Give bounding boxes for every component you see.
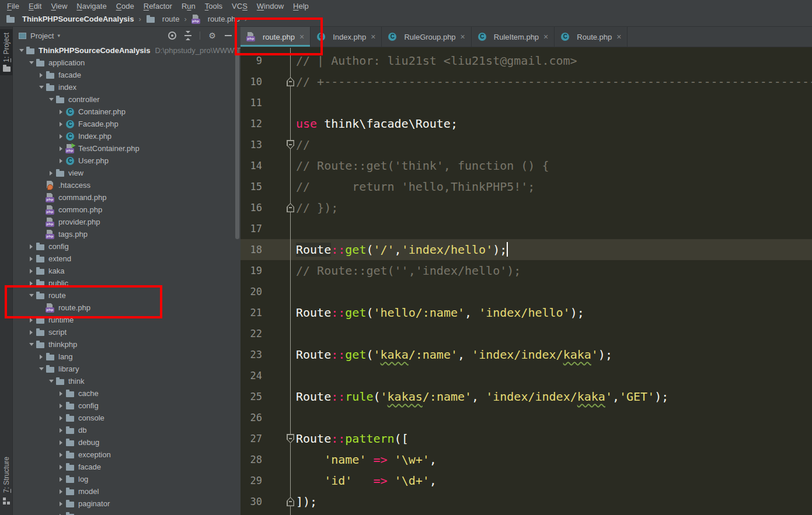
menu-item-run[interactable]: Run (177, 2, 200, 10)
tree-item-tags-php[interactable]: tags.php (13, 228, 241, 240)
tree-item-debug[interactable]: debug (13, 436, 241, 449)
menu-item-tools[interactable]: Tools (200, 2, 227, 10)
tree-expand-arrow-icon[interactable] (57, 110, 65, 114)
tree-item-paginator[interactable]: paginator (13, 498, 241, 510)
tree-item-index[interactable]: index (13, 81, 241, 93)
menu-item-vcs[interactable]: VCS (227, 2, 252, 10)
tree-item-script[interactable]: script (13, 326, 241, 338)
tree-expand-arrow-icon[interactable] (57, 416, 65, 421)
tree-expand-arrow-icon[interactable] (37, 365, 46, 373)
tree-expand-arrow-icon[interactable] (57, 489, 65, 494)
code-line-18[interactable]: 18Route::get('/','index/hello'); (241, 239, 812, 260)
tree-expand-arrow-icon[interactable] (18, 47, 26, 54)
tool-window-button-structure[interactable]: 7: Structure (0, 453, 13, 509)
tree-item-lang[interactable]: lang (13, 351, 241, 363)
tree-item-facade[interactable]: facade (13, 461, 241, 473)
tree-item-provider-php[interactable]: provider.php (13, 216, 241, 228)
tree-item-controller[interactable]: controller (13, 93, 241, 106)
tree-expand-arrow-icon[interactable] (57, 391, 65, 396)
menu-item-window[interactable]: Window (252, 2, 288, 10)
code-line-30[interactable]: 30]); (241, 491, 812, 512)
tree-expand-arrow-icon[interactable] (57, 440, 65, 445)
code-line-11[interactable]: 11 (241, 92, 812, 113)
tree-expand-arrow-icon[interactable] (57, 502, 65, 506)
tree-item-view[interactable]: view (13, 167, 241, 179)
code-line-12[interactable]: 12use think\facade\Route; (241, 113, 812, 134)
breadcrumb-item-route.php[interactable]: route.php (190, 15, 241, 24)
tree-expand-arrow-icon[interactable] (47, 377, 55, 385)
tree-item-db[interactable]: db (13, 424, 241, 436)
tree-item-log[interactable]: log (13, 473, 241, 485)
project-tree-scrollbar[interactable] (235, 49, 239, 239)
tree-expand-arrow-icon[interactable] (47, 171, 55, 176)
menu-item-help[interactable]: Help (288, 2, 313, 10)
tree-expand-arrow-icon[interactable] (57, 146, 65, 151)
code-line-19[interactable]: 19// Route::get('','index/hello'); (241, 260, 812, 281)
code-line-15[interactable]: 15// return 'hello,ThinkPHP5!'; (241, 176, 812, 197)
tree-item-cache[interactable]: cache (13, 387, 241, 400)
hide-panel-icon[interactable] (224, 31, 232, 40)
collapse-all-icon[interactable] (184, 31, 192, 40)
code-line-27[interactable]: 27Route::pattern([ (241, 428, 812, 449)
tree-expand-arrow-icon[interactable] (37, 83, 46, 91)
project-panel-title[interactable]: Project (30, 31, 54, 40)
menu-item-code[interactable]: Code (111, 2, 139, 10)
tree-item-command-php[interactable]: command.php (13, 191, 241, 204)
tab-ruleitem-php[interactable]: RuleItem.php× (472, 27, 555, 47)
tree-item-console[interactable]: console (13, 412, 241, 424)
fold-start-icon[interactable] (287, 140, 294, 149)
tree-expand-arrow-icon[interactable] (27, 330, 36, 335)
breadcrumb-item-route[interactable]: route (145, 15, 181, 24)
tree-expand-arrow-icon[interactable] (37, 73, 46, 78)
tree-item-think[interactable]: think (13, 375, 241, 387)
chevron-down-icon[interactable]: ▾ (57, 33, 60, 38)
tree-expand-arrow-icon[interactable] (57, 159, 65, 163)
code-line-17[interactable]: 17 (241, 218, 812, 239)
tree-item-library[interactable]: library (13, 363, 241, 375)
tree-item-config[interactable]: config (13, 240, 241, 253)
close-icon[interactable]: × (371, 32, 375, 41)
tree-item-facade[interactable]: facade (13, 69, 241, 81)
fold-start-icon[interactable] (287, 434, 294, 443)
tool-window-button-project[interactable]: 1: Project (0, 29, 13, 75)
tree-item-facade-php[interactable]: Facade.php (13, 118, 241, 130)
tree-expand-arrow-icon[interactable] (57, 453, 65, 457)
menu-item-file[interactable]: File (2, 2, 24, 10)
fold-end-icon[interactable] (287, 203, 294, 212)
tree-expand-arrow-icon[interactable] (37, 355, 46, 359)
menu-item-edit[interactable]: Edit (24, 2, 46, 10)
code-line-28[interactable]: 28 'name' => '\w+', (241, 449, 812, 470)
tab-rulegroup-php[interactable]: RuleGroup.php× (382, 27, 471, 47)
tree-expand-arrow-icon[interactable] (27, 341, 36, 348)
code-line-14[interactable]: 14// Route::get('think', function () { (241, 155, 812, 176)
code-line-20[interactable]: 20 (241, 281, 812, 302)
menu-item-view[interactable]: View (46, 2, 72, 10)
code-line-9[interactable]: 9// | Author: liu21st <liu21st@gmail.com… (241, 50, 812, 71)
gear-icon[interactable]: ⚙ (208, 31, 217, 40)
code-line-16[interactable]: 16// }); (241, 197, 812, 218)
code-line-10[interactable]: 10// +----------------------------------… (241, 71, 812, 92)
menu-item-refactor[interactable]: Refactor (139, 2, 177, 10)
code-line-26[interactable]: 26 (241, 407, 812, 428)
tree-item-common-php[interactable]: common.php (13, 204, 241, 216)
code-line-13[interactable]: 13// (241, 134, 812, 155)
tree-expand-arrow-icon[interactable] (27, 269, 36, 274)
tree-item-thinkphpsourcecodeanalysis[interactable]: ThinkPHPSourceCodeAnalysisD:\phpstudy_pr… (13, 44, 241, 57)
tree-expand-arrow-icon[interactable] (27, 59, 36, 66)
menu-item-navigate[interactable]: Navigate (72, 2, 111, 10)
tree-expand-arrow-icon[interactable] (57, 477, 65, 482)
tree-item-kaka[interactable]: kaka (13, 265, 241, 277)
tree-expand-arrow-icon[interactable] (27, 257, 36, 261)
locate-icon[interactable] (168, 31, 176, 40)
tree-item-testcontainer-php[interactable]: TestContainer.php (13, 142, 241, 155)
tree-item-application[interactable]: application (13, 57, 241, 69)
tree-expand-arrow-icon[interactable] (57, 122, 65, 127)
tree-item-thinkphp[interactable]: thinkphp (13, 338, 241, 351)
breadcrumb-item-thinkphpsourcecodeanalysis[interactable]: ThinkPHPSourceCodeAnalysis (5, 15, 135, 24)
code-line-24[interactable]: 24 (241, 365, 812, 386)
tab-route-php[interactable]: Route.php× (555, 27, 628, 47)
tree-item-config[interactable]: config (13, 400, 241, 412)
tree-expand-arrow-icon[interactable] (27, 244, 36, 249)
fold-end-icon[interactable] (287, 77, 294, 86)
code-line-22[interactable]: 22 (241, 323, 812, 344)
